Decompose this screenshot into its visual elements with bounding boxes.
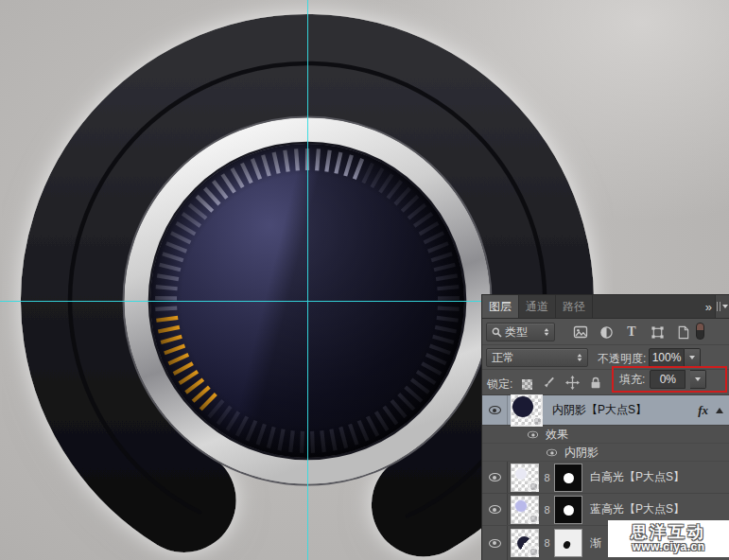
thumbnail-shape [515, 500, 527, 512]
filter-row: 类型 T [482, 319, 729, 345]
vector-mask-frame-icon [528, 546, 540, 558]
vector-mask-frame-icon [531, 415, 544, 428]
filter-kind-dropdown[interactable]: 类型 [486, 323, 555, 341]
eye-icon[interactable] [547, 448, 557, 456]
fill-highlight-box: 填充: 0% [612, 366, 727, 393]
layer-thumbnail[interactable] [511, 529, 539, 557]
tab-paths[interactable]: 路径 [556, 295, 593, 318]
effect-inner-shadow-row[interactable]: 内阴影 [482, 444, 729, 462]
layer-row-white-highlight[interactable]: 8 白高光【P大点S】 [482, 462, 729, 494]
layer-row-inner-shadow[interactable]: 内阴影【P大点S】 fx [482, 395, 729, 426]
tab-bar-spacer [593, 295, 701, 318]
layer-thumbnail[interactable] [511, 464, 539, 492]
lock-image-pixels-icon[interactable] [542, 376, 556, 393]
opacity-control: 100% [649, 348, 701, 367]
vector-mask-frame-icon [528, 513, 540, 525]
filter-shape-layers-icon[interactable] [650, 324, 665, 340]
layer-mask-thumbnail[interactable] [554, 496, 582, 524]
mask-link-icon[interactable]: 8 [543, 504, 551, 516]
search-icon [492, 327, 502, 338]
filter-on-off-toggle[interactable] [696, 323, 704, 340]
watermark-url: www.ciya.cn [632, 541, 704, 553]
tab-channels[interactable]: 通道 [519, 295, 556, 318]
vector-mask-frame-icon [528, 481, 540, 493]
photoshop-canvas[interactable]: 图层 通道 路径 » 类型 [0, 0, 729, 560]
visibility-cell[interactable] [482, 494, 508, 525]
opacity-label: 不透明度: [598, 351, 646, 367]
filter-pixel-layers-icon[interactable] [573, 324, 588, 340]
dock-collapse-icon[interactable] [715, 295, 729, 318]
panel-tab-bar: 图层 通道 路径 » [482, 295, 729, 319]
eye-icon[interactable] [489, 473, 501, 481]
effect-label: 内阴影 [564, 445, 599, 461]
layer-mask-thumbnail[interactable] [554, 529, 582, 557]
effects-group-label: 效果 [546, 427, 568, 443]
mask-shape [564, 473, 574, 483]
layer-name: 白高光【P大点S】 [590, 469, 685, 485]
collapse-effects-arrow[interactable] [716, 408, 723, 413]
filter-smart-objects-icon[interactable] [675, 324, 690, 340]
visibility-cell[interactable] [482, 526, 508, 560]
fill-dropdown-button[interactable] [690, 370, 706, 389]
layer-name: 内阴影【P大点S】 [552, 402, 647, 418]
effects-group-row[interactable]: 效果 [482, 426, 729, 444]
mask-shape [564, 505, 574, 516]
blend-mode-dropdown[interactable]: 正常 [486, 348, 588, 367]
opacity-dropdown-button[interactable] [685, 348, 701, 367]
blend-mode-value: 正常 [492, 350, 514, 366]
tab-layers-label: 图层 [489, 299, 512, 315]
thumbnail-shape [515, 468, 527, 480]
layer-mask-thumbnail[interactable] [554, 464, 582, 492]
panel-menu-icon[interactable]: » [701, 295, 715, 318]
guide-vertical[interactable] [307, 0, 308, 560]
visibility-cell[interactable] [482, 395, 508, 425]
dropdown-arrows-icon [545, 328, 549, 336]
fill-label: 填充: [619, 372, 645, 388]
layer-name: 渐 [590, 535, 601, 551]
lock-transparent-pixels-icon[interactable] [522, 379, 532, 390]
eye-icon[interactable] [528, 430, 538, 438]
lock-label: 锁定: [487, 376, 512, 393]
watermark-title: 思洋互动 [631, 524, 706, 541]
layer-thumbnail[interactable] [511, 394, 543, 427]
tab-paths-label: 路径 [563, 299, 585, 315]
lock-position-icon[interactable] [565, 376, 580, 393]
tab-channels-label: 通道 [526, 299, 548, 315]
filter-icons: T [573, 324, 690, 340]
mask-link-icon[interactable]: 8 [543, 537, 551, 549]
fill-value[interactable]: 0% [650, 370, 686, 389]
eye-icon[interactable] [489, 505, 501, 514]
dropdown-arrows-icon [578, 354, 582, 361]
watermark: 思洋互动 www.ciya.cn [608, 520, 729, 557]
tab-layers[interactable]: 图层 [482, 295, 519, 318]
thumbnail-shape [512, 396, 533, 417]
mask-shape [563, 540, 572, 550]
eye-icon[interactable] [489, 539, 501, 548]
lock-all-icon[interactable] [589, 376, 602, 393]
filter-adjustment-layers-icon[interactable] [599, 324, 614, 340]
layer-name: 蓝高光【P大点S】 [590, 501, 685, 517]
eye-icon[interactable] [489, 406, 501, 414]
lock-icons [522, 376, 602, 393]
filter-kind-label: 类型 [505, 324, 528, 341]
layer-effects-badge[interactable]: fx [698, 403, 708, 418]
layer-thumbnail[interactable] [511, 496, 539, 524]
filter-type-layers-icon[interactable]: T [624, 324, 639, 340]
opacity-value[interactable]: 100% [649, 348, 685, 367]
mask-link-icon[interactable]: 8 [543, 472, 551, 483]
visibility-cell[interactable] [482, 462, 508, 493]
